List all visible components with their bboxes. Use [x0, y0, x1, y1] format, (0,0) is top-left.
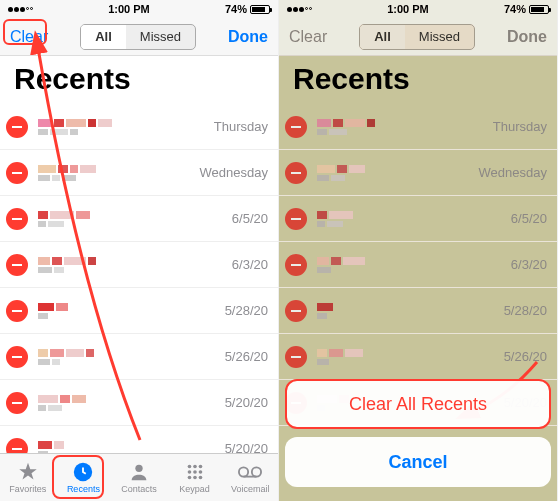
tab-recents[interactable]: Recents — [56, 454, 112, 501]
call-row[interactable]: 5/20/20 — [0, 426, 278, 453]
call-date: Wednesday — [479, 165, 547, 180]
tab-bar: Favorites Recents Contacts Keypad Voicem… — [0, 453, 278, 501]
call-date: 5/20/20 — [225, 441, 268, 453]
delete-icon — [285, 162, 307, 184]
call-row[interactable]: 6/5/20 — [0, 196, 278, 242]
voicemail-icon — [238, 461, 262, 483]
delete-icon[interactable] — [6, 162, 28, 184]
status-time: 1:00 PM — [387, 3, 429, 15]
tab-keypad[interactable]: Keypad — [167, 454, 223, 501]
delete-icon — [285, 346, 307, 368]
segment-all: All — [360, 25, 405, 49]
svg-point-6 — [193, 470, 197, 474]
tab-contacts[interactable]: Contacts — [111, 454, 167, 501]
segment-missed: Missed — [405, 25, 474, 49]
delete-icon — [285, 254, 307, 276]
delete-icon[interactable] — [6, 438, 28, 454]
tab-voicemail[interactable]: Voicemail — [222, 454, 278, 501]
action-sheet: Clear All Recents Cancel — [285, 379, 551, 495]
recents-list[interactable]: Thursday Wednesday 6/5/20 6/3/20 5/28/20… — [0, 104, 278, 453]
phone-right: 1:00 PM 74% Clear All Missed Done Recent… — [279, 0, 558, 501]
call-date: 6/3/20 — [232, 257, 268, 272]
call-date: Thursday — [214, 119, 268, 134]
signal-icon — [287, 7, 312, 12]
delete-icon — [285, 300, 307, 322]
call-date: 5/26/20 — [225, 349, 268, 364]
call-row: 5/28/20 — [279, 288, 557, 334]
call-row: Thursday — [279, 104, 557, 150]
phone-left: 1:00 PM 74% Clear All Missed Done Recent… — [0, 0, 279, 501]
filter-segment[interactable]: All Missed — [80, 24, 196, 50]
delete-icon[interactable] — [6, 254, 28, 276]
segment-missed[interactable]: Missed — [126, 25, 195, 49]
call-date: 6/5/20 — [232, 211, 268, 226]
person-icon — [127, 461, 151, 483]
call-row: 5/26/20 — [279, 334, 557, 380]
svg-point-7 — [198, 470, 202, 474]
svg-point-11 — [239, 467, 248, 476]
call-date: Wednesday — [200, 165, 268, 180]
call-date: 6/5/20 — [511, 211, 547, 226]
page-header: Recents — [0, 56, 278, 104]
svg-point-2 — [187, 465, 191, 469]
delete-icon[interactable] — [6, 346, 28, 368]
battery: 74% — [504, 3, 549, 15]
signal-icon — [8, 7, 33, 12]
delete-icon — [285, 208, 307, 230]
done-button[interactable]: Done — [228, 28, 268, 46]
clear-button: Clear — [289, 28, 327, 46]
call-row: 6/5/20 — [279, 196, 557, 242]
svg-point-10 — [198, 476, 202, 480]
call-date: 5/20/20 — [225, 395, 268, 410]
battery-icon — [529, 5, 549, 14]
status-bar: 1:00 PM 74% — [279, 0, 557, 18]
call-row: 6/3/20 — [279, 242, 557, 288]
page-title: Recents — [14, 62, 264, 96]
call-date: 5/28/20 — [225, 303, 268, 318]
svg-point-3 — [193, 465, 197, 469]
delete-icon[interactable] — [6, 392, 28, 414]
call-date: 6/3/20 — [511, 257, 547, 272]
call-row[interactable]: 6/3/20 — [0, 242, 278, 288]
battery-icon — [250, 5, 270, 14]
clock-icon — [71, 461, 95, 483]
nav-bar: Clear All Missed Done — [279, 18, 557, 56]
call-date: 5/28/20 — [504, 303, 547, 318]
keypad-icon — [183, 461, 207, 483]
status-time: 1:00 PM — [108, 3, 150, 15]
call-row[interactable]: Wednesday — [0, 150, 278, 196]
delete-icon[interactable] — [6, 300, 28, 322]
delete-icon[interactable] — [6, 208, 28, 230]
status-bar: 1:00 PM 74% — [0, 0, 278, 18]
page-header: Recents — [279, 56, 557, 104]
battery: 74% — [225, 3, 270, 15]
call-row[interactable]: 5/20/20 — [0, 380, 278, 426]
clear-button[interactable]: Clear — [10, 28, 48, 46]
svg-point-4 — [198, 465, 202, 469]
call-date: 5/26/20 — [504, 349, 547, 364]
nav-bar: Clear All Missed Done — [0, 18, 278, 56]
tab-favorites[interactable]: Favorites — [0, 454, 56, 501]
call-date: Thursday — [493, 119, 547, 134]
done-button: Done — [507, 28, 547, 46]
call-row[interactable]: Thursday — [0, 104, 278, 150]
cancel-button[interactable]: Cancel — [285, 437, 551, 487]
svg-point-12 — [252, 467, 261, 476]
svg-point-5 — [187, 470, 191, 474]
clear-all-recents-button[interactable]: Clear All Recents — [285, 379, 551, 429]
call-row[interactable]: 5/26/20 — [0, 334, 278, 380]
star-icon — [16, 461, 40, 483]
svg-point-8 — [187, 476, 191, 480]
call-row[interactable]: 5/28/20 — [0, 288, 278, 334]
svg-point-9 — [193, 476, 197, 480]
svg-point-1 — [135, 465, 142, 472]
segment-all[interactable]: All — [81, 25, 126, 49]
call-row: Wednesday — [279, 150, 557, 196]
delete-icon — [285, 116, 307, 138]
page-title: Recents — [293, 62, 543, 96]
filter-segment: All Missed — [359, 24, 475, 50]
delete-icon[interactable] — [6, 116, 28, 138]
